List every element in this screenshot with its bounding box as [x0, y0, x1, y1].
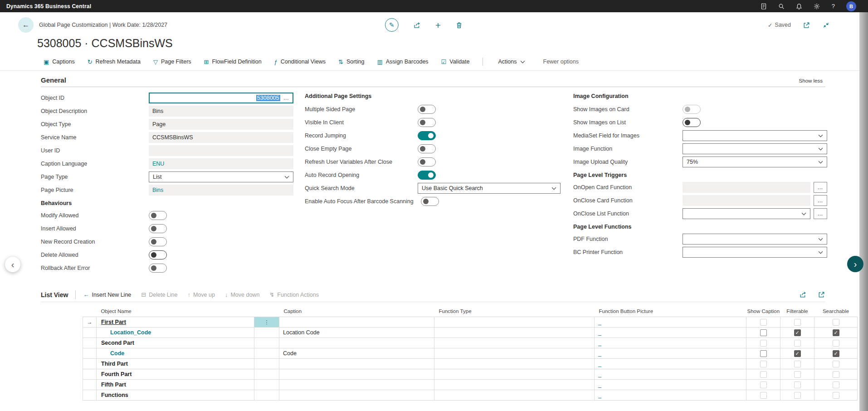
picture-link[interactable]: _ [598, 329, 601, 336]
field-select-onclose-list-function[interactable] [683, 208, 810, 219]
settings-icon[interactable] [813, 3, 820, 10]
cell-context-menu[interactable] [254, 359, 279, 369]
column-header-function-button-picture[interactable]: Function Button Picture [595, 306, 746, 317]
row-selector-cell[interactable] [83, 359, 97, 369]
cell-context-menu[interactable] [254, 338, 279, 348]
row-selector-cell[interactable] [83, 338, 97, 348]
ribbon-item-captions[interactable]: ▣Captions [44, 59, 75, 65]
function-type-cell[interactable] [434, 380, 595, 390]
field-select-mediaset-field-for-images[interactable] [683, 130, 827, 141]
listview-action-delete-line[interactable]: ⊟Delete Line [141, 291, 177, 298]
caption-cell[interactable] [279, 317, 434, 328]
cell-context-menu[interactable] [254, 369, 279, 380]
toggle-insert-allowed[interactable] [149, 224, 167, 233]
assist-edit-button[interactable]: … [814, 208, 827, 219]
filterable-checkbox[interactable]: ✓ [794, 350, 801, 357]
help-icon[interactable]: ? [831, 3, 836, 10]
table-row-first-part[interactable]: →First Part⋮_ [83, 317, 858, 328]
object-name-cell[interactable]: Fifth Part [97, 380, 254, 390]
checkbox-cell-show-caption[interactable] [746, 359, 780, 369]
row-selector-cell[interactable] [83, 348, 97, 359]
ribbon-item-refresh-metadata[interactable]: ↻Refresh Metadata [88, 59, 141, 65]
caption-cell[interactable] [279, 390, 434, 401]
checkbox-cell-filterable[interactable] [780, 317, 814, 328]
delete-button[interactable] [455, 21, 463, 29]
object-name-cell[interactable]: Code [97, 348, 254, 359]
searchable-checkbox[interactable]: ✓ [833, 350, 839, 357]
function-button-picture-cell[interactable]: _ [595, 338, 746, 348]
checkbox-cell-filterable[interactable] [780, 390, 814, 401]
object-name-cell[interactable]: Functions [97, 390, 254, 401]
column-header-function-type[interactable]: Function Type [434, 306, 595, 317]
listview-action-move-up[interactable]: ↑Move up [187, 291, 215, 298]
picture-link[interactable]: _ [598, 392, 601, 398]
checkbox-cell-show-caption[interactable] [746, 317, 780, 328]
share-button[interactable] [413, 21, 421, 29]
picture-link[interactable]: _ [598, 382, 601, 388]
function-type-cell[interactable] [434, 369, 595, 380]
ribbon-item-assign-barcodes[interactable]: ▥Assign Barcodes [377, 59, 428, 65]
function-type-cell[interactable] [434, 359, 595, 369]
checkbox-cell-filterable[interactable]: ✓ [780, 348, 814, 359]
checkbox-cell-show-caption[interactable] [746, 390, 780, 401]
new-button[interactable]: + [435, 21, 441, 29]
show-caption-checkbox[interactable] [760, 350, 767, 357]
checkbox-cell-filterable[interactable] [780, 369, 814, 380]
table-row-third-part[interactable]: Third Part_ [83, 359, 858, 369]
show-less-link[interactable]: Show less [796, 78, 825, 84]
ribbon-item-sorting[interactable]: ⇅Sorting [338, 59, 365, 65]
fewer-options-button[interactable]: Fewer options [541, 58, 582, 65]
filterable-checkbox[interactable]: ✓ [794, 329, 801, 336]
toggle-new-record-creation[interactable] [149, 237, 167, 246]
share-icon[interactable] [799, 291, 807, 298]
open-in-new-icon[interactable] [818, 291, 825, 298]
column-header-menu[interactable] [254, 306, 279, 317]
function-button-picture-cell[interactable]: _ [595, 369, 746, 380]
row-selector-cell[interactable] [83, 390, 97, 401]
toggle-record-jumping[interactable] [418, 131, 436, 140]
row-selector-cell[interactable] [83, 380, 97, 390]
column-header-filterable[interactable]: Filterable [780, 306, 814, 317]
picture-link[interactable]: _ [598, 319, 601, 325]
function-button-picture-cell[interactable]: _ [595, 390, 746, 401]
cell-context-menu[interactable] [254, 328, 279, 338]
toggle-show-images-on-list[interactable] [683, 118, 701, 127]
popout-icon[interactable] [803, 21, 810, 29]
caption-cell[interactable] [279, 338, 434, 348]
column-header-object-name[interactable]: Object Name [97, 306, 254, 317]
general-heading[interactable]: General [41, 76, 66, 84]
function-type-cell[interactable] [434, 348, 595, 359]
ribbon-item-conditional-views[interactable]: ƒConditional Views [274, 59, 326, 65]
checkbox-cell-filterable[interactable] [780, 338, 814, 348]
assist-edit-icon[interactable]: … [283, 95, 290, 101]
checkbox-cell-filterable[interactable] [780, 359, 814, 369]
column-header-caption[interactable]: Caption [279, 306, 434, 317]
checkbox-cell-filterable[interactable]: ✓ [780, 328, 814, 338]
toggle-delete-allowed[interactable] [149, 250, 167, 259]
field-select-quick-search-mode[interactable]: Use Basic Quick Search [418, 183, 561, 194]
field-select-image-upload-quality[interactable]: 75% [683, 157, 827, 167]
picture-link[interactable]: _ [598, 350, 601, 357]
object-name-cell[interactable]: First Part [97, 317, 254, 328]
picture-link[interactable]: _ [598, 361, 601, 367]
function-type-cell[interactable] [434, 317, 595, 328]
caption-cell[interactable]: Location Code [279, 328, 434, 338]
checkbox-cell-searchable[interactable] [814, 338, 858, 348]
function-type-cell[interactable] [434, 338, 595, 348]
table-row-location-code[interactable]: Location_CodeLocation Code_✓✓ [83, 328, 858, 338]
toggle-modify-allowed[interactable] [149, 211, 167, 220]
checkbox-cell-searchable[interactable]: ✓ [814, 348, 858, 359]
checkbox-cell-searchable[interactable] [814, 380, 858, 390]
field-value-link[interactable]: Bins [149, 185, 293, 196]
checkbox-cell-searchable[interactable]: ✓ [814, 328, 858, 338]
field-select-bc-printer-function[interactable] [683, 247, 827, 258]
toggle-enable-auto-focus-after-barcode-scanning[interactable] [421, 197, 439, 206]
checkbox-cell-searchable[interactable] [814, 369, 858, 380]
toggle-auto-record-opening[interactable] [418, 171, 436, 180]
caption-cell[interactable]: Code [279, 348, 434, 359]
field-input-object-id[interactable]: 5308005… [149, 93, 293, 103]
function-button-picture-cell[interactable]: _ [595, 328, 746, 338]
row-selector-cell[interactable]: → [83, 317, 97, 328]
field-select-pdf-function[interactable] [683, 234, 827, 245]
cell-context-menu[interactable] [254, 380, 279, 390]
